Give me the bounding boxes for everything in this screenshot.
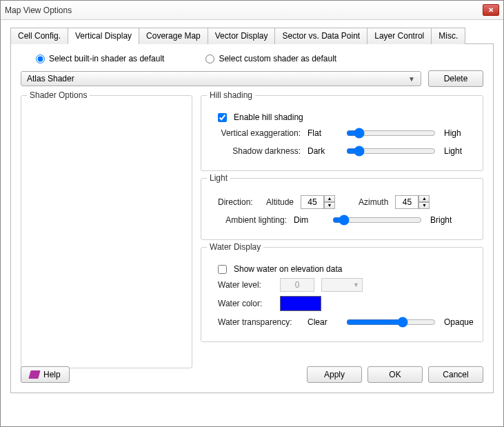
bright-label: Bright xyxy=(430,215,461,225)
dialog-window: Map View Options ✕ Cell Config. Vertical… xyxy=(0,0,504,427)
window-title: Map View Options xyxy=(5,6,483,15)
water-level-input xyxy=(280,278,314,292)
tab-sector-vs-datapoint[interactable]: Sector vs. Data Point xyxy=(274,28,367,44)
azimuth-input[interactable] xyxy=(395,195,419,209)
light-panel: Light Direction: Altitude ▲▼ Azimuth xyxy=(201,178,483,240)
water-transparency-label: Water transparency: xyxy=(218,317,301,327)
water-level-label: Water level: xyxy=(218,280,273,290)
shadow-darkness-label: Shadow darkness: xyxy=(218,146,301,156)
water-transparency-slider[interactable] xyxy=(346,317,436,328)
hill-shading-panel: Hill shading Enable hill shading Vertica… xyxy=(201,95,483,171)
radio-custom-label: Select custom shader as default xyxy=(219,54,336,63)
show-water-checkbox[interactable] xyxy=(218,265,227,274)
altitude-spinner[interactable]: ▲▼ xyxy=(301,195,335,209)
altitude-down[interactable]: ▼ xyxy=(324,202,335,209)
dark-label: Dark xyxy=(308,146,338,156)
tab-coverage-map[interactable]: Coverage Map xyxy=(139,28,208,44)
tab-layer-control[interactable]: Layer Control xyxy=(367,28,432,44)
direction-label: Direction: xyxy=(218,197,259,207)
tab-vertical-display[interactable]: Vertical Display xyxy=(68,28,139,44)
tab-panel: Select built-in shader as default Select… xyxy=(10,44,494,393)
altitude-input[interactable] xyxy=(301,195,324,209)
close-button[interactable]: ✕ xyxy=(483,4,499,16)
apply-button[interactable]: Apply xyxy=(307,366,362,383)
tab-cell-config[interactable]: Cell Config. xyxy=(10,28,68,44)
dim-label: Dim xyxy=(294,215,324,225)
azimuth-label: Azimuth xyxy=(359,197,388,207)
ambient-lighting-label: Ambient lighting: xyxy=(218,215,287,225)
vertical-exaggeration-label: Vertical exaggeration: xyxy=(218,128,301,138)
tab-vector-display[interactable]: Vector Display xyxy=(208,28,276,44)
radio-custom-input[interactable] xyxy=(205,54,214,63)
tab-misc[interactable]: Misc. xyxy=(431,28,465,44)
enable-hill-shading-label: Enable hill shading xyxy=(234,112,303,122)
opaque-label: Opaque xyxy=(444,317,474,327)
enable-hill-shading-checkbox[interactable] xyxy=(218,113,227,122)
shader-dropdown-value: Atlas Shader xyxy=(27,74,74,83)
help-button[interactable]: Help xyxy=(21,366,70,383)
water-color-swatch[interactable] xyxy=(280,296,321,311)
content-area: Cell Config. Vertical Display Coverage M… xyxy=(1,20,503,401)
altitude-label: Altitude xyxy=(266,197,294,207)
radio-builtin-shader[interactable]: Select built-in shader as default xyxy=(36,54,164,63)
help-button-label: Help xyxy=(43,370,61,379)
high-label: High xyxy=(444,128,474,138)
radio-custom-shader[interactable]: Select custom shader as default xyxy=(205,54,336,63)
show-water-label: Show water on elevation data xyxy=(234,264,342,274)
shadow-darkness-slider[interactable] xyxy=(346,146,436,157)
ambient-lighting-slider[interactable] xyxy=(332,215,422,226)
water-color-label: Water color: xyxy=(218,299,273,308)
water-display-legend: Water Display xyxy=(207,242,263,252)
chevron-down-icon: ▼ xyxy=(353,281,359,288)
vertical-exaggeration-slider[interactable] xyxy=(346,128,436,139)
flat-label: Flat xyxy=(308,128,338,138)
shader-options-legend: Shader Options xyxy=(27,90,90,100)
azimuth-down[interactable]: ▼ xyxy=(419,202,430,209)
azimuth-up[interactable]: ▲ xyxy=(419,195,430,202)
shader-options-panel: Shader Options xyxy=(21,95,192,368)
cancel-button[interactable]: Cancel xyxy=(428,366,483,383)
shader-dropdown[interactable]: Atlas Shader ▼ xyxy=(21,71,421,86)
radio-builtin-label: Select built-in shader as default xyxy=(49,54,164,63)
ok-button[interactable]: OK xyxy=(367,366,423,383)
altitude-up[interactable]: ▲ xyxy=(324,195,335,202)
hill-shading-legend: Hill shading xyxy=(207,90,255,100)
water-level-units-dropdown: ▼ xyxy=(321,278,363,292)
light-legend: Light xyxy=(207,173,230,183)
azimuth-spinner[interactable]: ▲▼ xyxy=(395,195,430,209)
clear-label: Clear xyxy=(308,317,338,327)
light-label: Light xyxy=(444,146,474,156)
titlebar: Map View Options ✕ xyxy=(1,1,503,20)
help-icon xyxy=(28,370,40,379)
radio-builtin-input[interactable] xyxy=(36,54,45,63)
delete-button[interactable]: Delete xyxy=(428,70,483,87)
tab-bar: Cell Config. Vertical Display Coverage M… xyxy=(10,27,494,44)
water-display-panel: Water Display Show water on elevation da… xyxy=(201,247,483,342)
dialog-footer: Help Apply OK Cancel xyxy=(21,366,483,383)
chevron-down-icon: ▼ xyxy=(408,75,415,83)
